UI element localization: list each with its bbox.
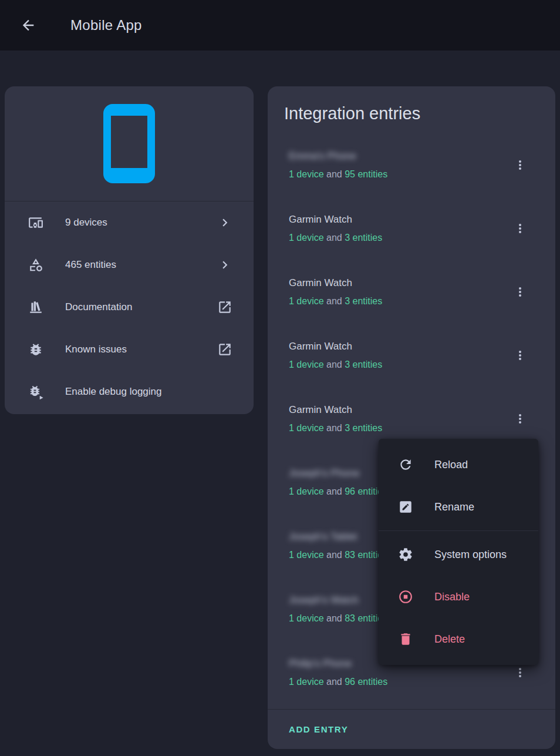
info-row-label: 465 entities bbox=[65, 259, 116, 271]
arrow-left-icon bbox=[20, 17, 36, 33]
devices-link[interactable]: 1 device bbox=[289, 169, 324, 179]
entry-summary: 1 device and 96 entities bbox=[289, 674, 387, 689]
info-row-list: 9 devices 465 entities Documentation Kno… bbox=[5, 201, 254, 413]
bug-icon bbox=[28, 342, 43, 357]
entry-summary: 1 device and 3 entities bbox=[289, 357, 382, 372]
devices-link[interactable]: 1 device bbox=[289, 677, 324, 687]
open-in-new-icon bbox=[217, 342, 232, 357]
integration-info-card: 9 devices 465 entities Documentation Kno… bbox=[5, 86, 254, 414]
entry-menu-button[interactable] bbox=[508, 280, 532, 304]
menu-divider bbox=[379, 530, 538, 531]
bug-play-icon bbox=[28, 384, 43, 399]
shapes-icon bbox=[28, 257, 43, 273]
entry-name: Garmin Watch bbox=[289, 402, 382, 417]
devices-link[interactable]: 1 device bbox=[289, 613, 324, 623]
entry-summary: 1 device and 3 entities bbox=[289, 230, 382, 245]
entry-row: Emma's Phone 1 device and 95 entities bbox=[268, 133, 555, 197]
entities-link[interactable]: 3 entities bbox=[345, 423, 382, 433]
entry-menu-button[interactable] bbox=[508, 153, 532, 177]
menu-item-label: Disable bbox=[434, 591, 470, 603]
entities-link[interactable]: 95 entities bbox=[345, 169, 387, 179]
chevron-right-icon bbox=[217, 215, 232, 230]
menu-item[interactable]: Rename bbox=[379, 486, 538, 528]
entry-name: Joseph's Tablet bbox=[289, 529, 387, 544]
entities-link[interactable]: 96 entities bbox=[345, 677, 387, 687]
info-row[interactable]: 465 entities bbox=[5, 244, 254, 286]
menu-item[interactable]: Reload bbox=[379, 443, 538, 486]
menu-item[interactable]: Delete bbox=[379, 618, 538, 660]
devices-link[interactable]: 1 device bbox=[289, 233, 324, 243]
entry-summary: 1 device and 96 entities bbox=[289, 484, 387, 499]
back-button[interactable] bbox=[20, 17, 36, 33]
menu-item[interactable]: System options bbox=[379, 533, 538, 576]
menu-item[interactable]: Disable bbox=[379, 576, 538, 618]
menu-item-label: Delete bbox=[434, 633, 465, 646]
page-title: Mobile App bbox=[70, 17, 142, 33]
devices-icon bbox=[28, 215, 43, 230]
menu-item-label: Reload bbox=[434, 459, 468, 471]
info-row-label: Enable debug logging bbox=[65, 386, 161, 398]
disable-icon bbox=[398, 589, 413, 604]
menu-item-label: Rename bbox=[434, 501, 474, 513]
entry-name: Philip's Phone bbox=[289, 656, 387, 671]
entries-card-title: Integration entries bbox=[284, 102, 555, 125]
dots-vertical-icon bbox=[513, 348, 527, 362]
entry-summary: 1 device and 95 entities bbox=[289, 167, 387, 182]
entry-name: Garmin Watch bbox=[289, 212, 382, 227]
entities-link[interactable]: 3 entities bbox=[345, 296, 382, 306]
chevron-right-icon bbox=[217, 257, 232, 273]
integration-logo-area bbox=[5, 86, 254, 201]
devices-link[interactable]: 1 device bbox=[289, 423, 324, 433]
rename-icon bbox=[398, 499, 413, 515]
devices-link[interactable]: 1 device bbox=[289, 296, 324, 306]
entities-link[interactable]: 3 entities bbox=[345, 233, 382, 243]
menu-item-label: System options bbox=[434, 549, 507, 561]
entry-menu-button[interactable] bbox=[508, 344, 532, 367]
info-row[interactable]: Enable debug logging bbox=[5, 371, 254, 413]
entry-summary: 1 device and 3 entities bbox=[289, 294, 382, 308]
dots-vertical-icon bbox=[513, 666, 527, 680]
entry-summary: 1 device and 83 entities bbox=[289, 547, 387, 562]
dots-vertical-icon bbox=[513, 412, 527, 426]
add-entry-button[interactable]: ADD ENTRY bbox=[289, 724, 348, 734]
dots-vertical-icon bbox=[513, 221, 527, 236]
info-row[interactable]: 9 devices bbox=[5, 201, 254, 244]
entry-summary: 1 device and 3 entities bbox=[289, 421, 382, 435]
entities-link[interactable]: 3 entities bbox=[345, 359, 382, 369]
entry-context-menu: Reload Rename System options Disable Del… bbox=[379, 439, 538, 665]
info-row[interactable]: Known issues bbox=[5, 328, 254, 371]
reload-icon bbox=[398, 457, 413, 472]
info-row-label: Known issues bbox=[65, 344, 127, 355]
entry-name: Joseph's Phone bbox=[289, 466, 387, 481]
entry-name: Emma's Phone bbox=[289, 149, 387, 163]
devices-link[interactable]: 1 device bbox=[289, 359, 324, 369]
devices-link[interactable]: 1 device bbox=[289, 550, 324, 560]
dots-vertical-icon bbox=[513, 158, 527, 172]
info-row-label: 9 devices bbox=[65, 217, 107, 229]
entry-menu-button[interactable] bbox=[508, 407, 532, 431]
gear-icon bbox=[398, 547, 413, 562]
bookshelf-icon bbox=[28, 300, 43, 315]
info-row[interactable]: Documentation bbox=[5, 286, 254, 328]
open-in-new-icon bbox=[217, 300, 232, 315]
entry-name: Joseph's Watch bbox=[289, 593, 387, 607]
dots-vertical-icon bbox=[513, 285, 527, 299]
entry-row: Garmin Watch 1 device and 3 entities bbox=[268, 197, 555, 260]
cellphone-icon bbox=[103, 104, 155, 183]
entry-name: Garmin Watch bbox=[289, 339, 382, 354]
entry-name: Garmin Watch bbox=[289, 275, 382, 290]
entry-menu-button[interactable] bbox=[508, 217, 532, 240]
entries-footer: ADD ENTRY bbox=[268, 710, 555, 749]
devices-link[interactable]: 1 device bbox=[289, 486, 324, 496]
info-row-label: Documentation bbox=[65, 301, 132, 313]
delete-icon bbox=[398, 631, 413, 647]
entry-row: Garmin Watch 1 device and 3 entities bbox=[268, 260, 555, 324]
entry-summary: 1 device and 83 entities bbox=[289, 611, 387, 626]
app-header: Mobile App bbox=[0, 0, 560, 51]
entry-row: Garmin Watch 1 device and 3 entities bbox=[268, 324, 555, 387]
